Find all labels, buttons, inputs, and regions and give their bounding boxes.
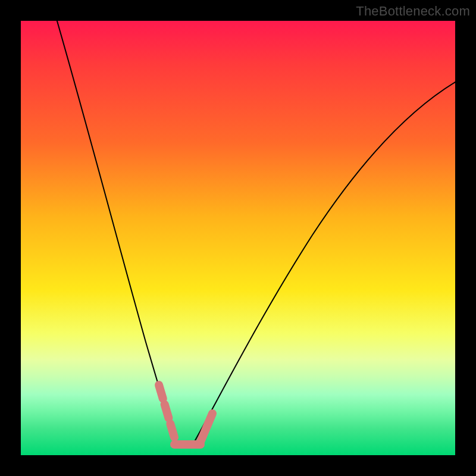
watermark-text: TheBottleneck.com <box>356 4 470 19</box>
right-curve <box>192 80 455 446</box>
plot-area <box>21 21 455 455</box>
valley-highlight-left <box>159 385 174 437</box>
curves-svg <box>21 21 455 455</box>
chart-frame: TheBottleneck.com <box>0 0 476 476</box>
